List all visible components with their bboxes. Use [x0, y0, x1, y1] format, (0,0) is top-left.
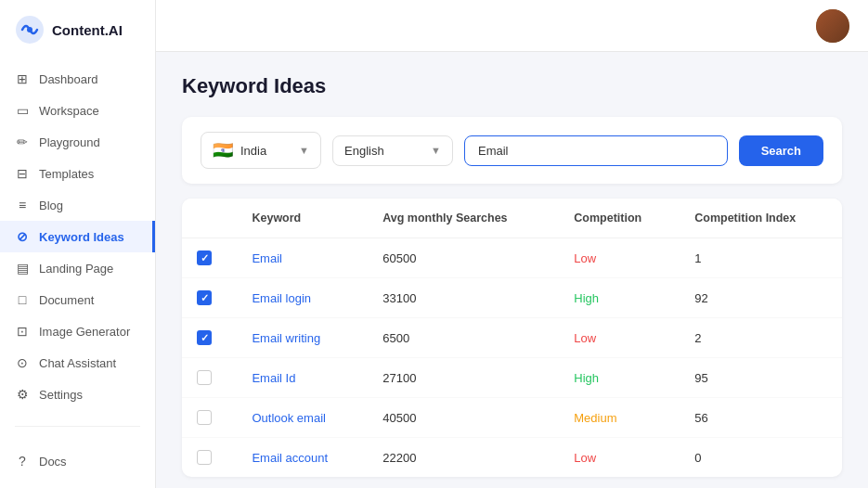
language-label: English: [344, 144, 384, 158]
keyword-link[interactable]: Email account: [252, 451, 328, 465]
cell-keyword: Email login: [237, 278, 368, 318]
sidebar-item-landing-page[interactable]: ▤ Landing Page: [0, 252, 155, 284]
table-row: Email account 22200 Low 0: [182, 438, 842, 478]
competition-badge: High: [574, 291, 599, 305]
checkbox-checked[interactable]: [197, 250, 212, 265]
cell-competition: Low: [559, 438, 680, 478]
competition-badge: Low: [574, 251, 596, 265]
sidebar-item-dashboard[interactable]: ⊞ Dashboard: [0, 63, 155, 95]
keyword-link[interactable]: Email Id: [252, 371, 295, 385]
sidebar-item-keyword-ideas[interactable]: ⊘ Keyword Ideas: [0, 221, 155, 252]
topbar: [156, 0, 868, 52]
svg-point-1: [27, 27, 32, 32]
sidebar-item-label: Settings: [39, 388, 83, 402]
competition-badge: Low: [574, 451, 596, 465]
keyword-link[interactable]: Email login: [252, 291, 311, 305]
cell-avg-searches: 22200: [368, 438, 559, 478]
table-row: Email Id 27100 High 95: [182, 358, 842, 398]
sidebar-item-workspace[interactable]: ▭ Workspace: [0, 95, 155, 126]
sidebar-divider: [15, 426, 140, 427]
sidebar-nav: ⊞ Dashboard ▭ Workspace ✏ Playground ⊟ T…: [0, 56, 155, 418]
logo[interactable]: Content.AI: [0, 0, 155, 56]
cell-competition-index: 0: [680, 438, 842, 478]
col-select: [182, 199, 237, 238]
table-row: Outlook email 40500 Medium 56: [182, 398, 842, 438]
sidebar-item-label: Playground: [39, 135, 100, 149]
checkbox-unchecked[interactable]: [197, 450, 212, 465]
cell-select: [182, 238, 237, 278]
table-header-row: Keyword Avg monthly Searches Competition…: [182, 199, 842, 238]
cell-competition-index: 2: [680, 318, 842, 358]
sidebar-item-chat-assistant[interactable]: ⊙ Chat Assistant: [0, 347, 155, 379]
avatar[interactable]: [816, 9, 849, 43]
sidebar-item-document[interactable]: □ Document: [0, 284, 155, 315]
language-select[interactable]: English ▼: [332, 135, 453, 166]
keyword-link[interactable]: Email: [252, 251, 282, 265]
country-flag: 🇮🇳: [213, 140, 233, 161]
templates-icon: ⊟: [15, 166, 30, 181]
cell-competition-index: 1: [680, 238, 842, 278]
sidebar-item-playground[interactable]: ✏ Playground: [0, 126, 155, 158]
table-body: Email 60500 Low 1 Email login 33100 High…: [182, 238, 842, 478]
brand-name: Content.AI: [52, 22, 123, 38]
sidebar-item-label: Document: [39, 293, 94, 307]
checkbox-checked[interactable]: [197, 330, 212, 345]
cell-competition: Medium: [559, 398, 680, 438]
keyword-link[interactable]: Email writing: [252, 331, 320, 345]
keyword-ideas-icon: ⊘: [15, 229, 30, 244]
sidebar-item-docs[interactable]: ? Docs: [0, 445, 155, 477]
filter-bar: 🇮🇳 India ▼ English ▼ Search: [182, 117, 842, 184]
keyword-link[interactable]: Outlook email: [252, 411, 325, 425]
sidebar-item-templates[interactable]: ⊟ Templates: [0, 158, 155, 189]
competition-badge: Low: [574, 331, 596, 345]
avatar-image: [816, 9, 849, 43]
document-icon: □: [15, 292, 30, 307]
search-button[interactable]: Search: [739, 135, 823, 166]
cell-competition: Low: [559, 318, 680, 358]
checkbox-unchecked[interactable]: [197, 370, 212, 385]
sidebar: Content.AI ⊞ Dashboard ▭ Workspace ✏ Pla…: [0, 0, 156, 488]
cell-keyword: Email: [237, 238, 368, 278]
competition-badge: Medium: [574, 411, 616, 425]
cell-select: [182, 398, 237, 438]
sidebar-item-label: Templates: [39, 167, 94, 181]
table-row: Email login 33100 High 92: [182, 278, 842, 318]
table-row: Email 60500 Low 1: [182, 238, 842, 278]
competition-badge: High: [574, 371, 599, 385]
checkbox-checked[interactable]: [197, 290, 212, 305]
cell-select: [182, 278, 237, 318]
playground-icon: ✏: [15, 135, 30, 149]
cell-keyword: Email Id: [237, 358, 368, 398]
country-chevron-icon: ▼: [299, 145, 309, 156]
checkbox-unchecked[interactable]: [197, 410, 212, 425]
results-table: Keyword Avg monthly Searches Competition…: [182, 199, 842, 477]
sidebar-item-image-generator[interactable]: ⊡ Image Generator: [0, 315, 155, 347]
country-select[interactable]: 🇮🇳 India ▼: [201, 132, 321, 169]
cell-keyword: Email account: [237, 438, 368, 478]
settings-icon: ⚙: [15, 387, 30, 402]
sidebar-item-label: Chat Assistant: [39, 356, 116, 370]
search-input[interactable]: [464, 135, 728, 166]
cell-keyword: Email writing: [237, 318, 368, 358]
sidebar-item-label: Image Generator: [39, 325, 130, 339]
cell-avg-searches: 33100: [368, 278, 559, 318]
col-avg-searches: Avg monthly Searches: [368, 199, 559, 238]
col-competition-index: Competition Index: [680, 199, 842, 238]
page-title: Keyword Ideas: [182, 74, 842, 98]
sidebar-item-blog[interactable]: ≡ Blog: [0, 189, 155, 221]
cell-competition-index: 56: [680, 398, 842, 438]
col-keyword: Keyword: [237, 199, 368, 238]
chat-assistant-icon: ⊙: [15, 355, 30, 370]
cell-competition: High: [559, 358, 680, 398]
sidebar-item-settings[interactable]: ⚙ Settings: [0, 379, 155, 410]
keyword-table: Keyword Avg monthly Searches Competition…: [182, 199, 842, 477]
image-generator-icon: ⊡: [15, 324, 30, 339]
landing-page-icon: ▤: [15, 261, 30, 276]
country-label: India: [240, 144, 266, 158]
cell-competition: High: [559, 278, 680, 318]
sidebar-item-label: Keyword Ideas: [39, 230, 124, 244]
sidebar-item-label: Blog: [39, 199, 63, 212]
cell-avg-searches: 60500: [368, 238, 559, 278]
cell-keyword: Outlook email: [237, 398, 368, 438]
cell-competition: Low: [559, 238, 680, 278]
